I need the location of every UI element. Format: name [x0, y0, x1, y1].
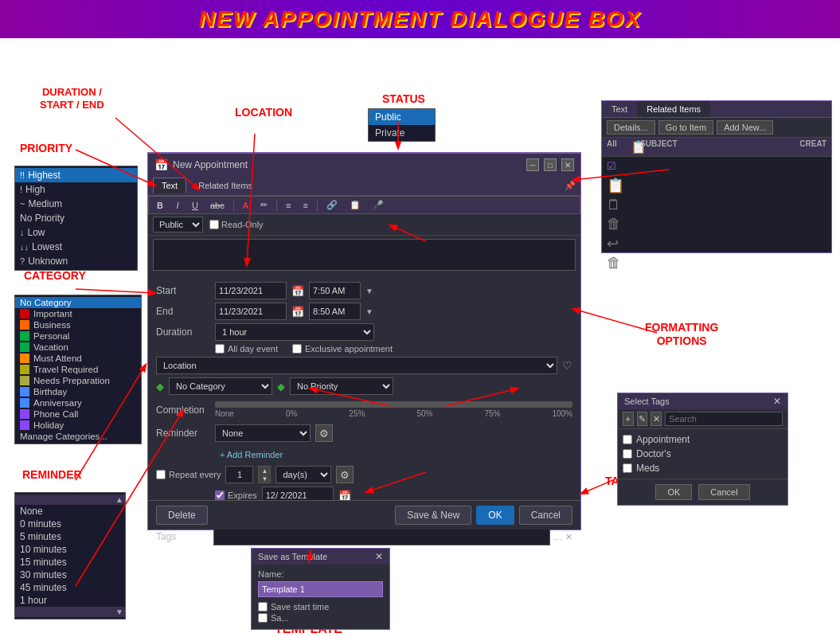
cat-item-mustattend[interactable]: Must Attend: [15, 353, 141, 364]
cat-item-vacation[interactable]: Vacation: [15, 342, 141, 353]
status-private[interactable]: Private: [369, 125, 435, 141]
sat-name-input[interactable]: [258, 581, 383, 597]
fmt-strikethrough[interactable]: abc: [205, 199, 229, 212]
reminder-45min[interactable]: 45 minutes: [15, 581, 125, 594]
add-reminder-link[interactable]: + Add Reminder: [220, 450, 283, 459]
st-tag-meds-checkbox[interactable]: [623, 463, 632, 473]
reminder-30min[interactable]: 30 minutes: [15, 569, 125, 581]
sat-save-endtime-checkbox[interactable]: [258, 613, 268, 623]
priority-item-unknown[interactable]: ? Unknown: [15, 254, 137, 268]
ri-goto-button[interactable]: Go to Item: [658, 120, 713, 135]
st-tag-doctors-checkbox[interactable]: [623, 449, 632, 459]
cat-item-travelrequired[interactable]: Travel Required: [15, 364, 141, 375]
priority-item-medium[interactable]: ~ Medium: [15, 197, 137, 211]
status-public[interactable]: Public: [369, 109, 435, 125]
end-time-dropdown[interactable]: ▼: [365, 307, 373, 316]
reminder-5min[interactable]: 5 minutes: [15, 530, 125, 543]
ri-tab-related[interactable]: Related Items: [637, 101, 710, 117]
priority-item-high[interactable]: ! High: [15, 182, 137, 197]
cat-item-personal[interactable]: Personal: [15, 330, 141, 342]
end-date-input[interactable]: [215, 303, 287, 320]
priority-item-highest[interactable]: !! Highest: [15, 168, 137, 182]
start-date-input[interactable]: [215, 282, 287, 299]
cat-item-phonecall[interactable]: Phone Call: [15, 408, 141, 420]
fmt-bold[interactable]: B: [152, 199, 168, 212]
repeat-gear-button[interactable]: ⚙: [336, 466, 354, 483]
tags-close-button[interactable]: ✕: [565, 532, 572, 542]
priority-item-lowest[interactable]: ↓↓ Lowest: [15, 240, 137, 254]
sat-close-button[interactable]: ✕: [375, 551, 383, 562]
reminder-15min[interactable]: 15 minutes: [15, 556, 125, 569]
subject-text-area[interactable]: [153, 239, 576, 271]
reminder-scroll-up[interactable]: ▲: [115, 495, 123, 504]
fmt-align-left[interactable]: ≡: [281, 199, 295, 212]
repeat-up-arrow[interactable]: ▲: [259, 467, 270, 475]
repeat-checkbox[interactable]: [156, 470, 166, 479]
end-calendar-icon[interactable]: 📅: [291, 306, 304, 318]
expires-checkbox[interactable]: [215, 490, 225, 500]
start-time-input[interactable]: [309, 282, 361, 299]
ri-details-button[interactable]: Details...: [607, 120, 655, 135]
tags-input[interactable]: [213, 528, 550, 545]
st-search-input[interactable]: [665, 412, 783, 426]
cat-item-business[interactable]: Business: [15, 319, 141, 330]
duration-select[interactable]: 1 hour 30 minutes 2 hours: [215, 323, 374, 341]
location-heart-icon[interactable]: ♡: [562, 359, 572, 372]
tab-related-items[interactable]: Related Items: [189, 178, 261, 193]
ok-button[interactable]: OK: [476, 506, 514, 525]
cat-item-important[interactable]: Important: [15, 308, 141, 319]
cat-item-manage[interactable]: Manage Categories...: [15, 431, 141, 442]
save-new-button[interactable]: Save & New: [395, 506, 471, 525]
exclusive-checkbox[interactable]: [292, 344, 302, 354]
cat-item-birthday[interactable]: Birthday: [15, 386, 141, 397]
cancel-button[interactable]: Cancel: [519, 506, 572, 525]
st-close-button[interactable]: ✕: [773, 396, 781, 407]
st-add-button[interactable]: +: [623, 412, 634, 426]
progress-track[interactable]: [215, 401, 572, 408]
st-cancel-button[interactable]: Cancel: [698, 484, 749, 500]
no-priority-select[interactable]: No Priority: [290, 377, 393, 395]
readonly-checkbox[interactable]: [209, 220, 219, 229]
reminder-0min[interactable]: 0 minutes: [15, 518, 125, 530]
priority-item-none[interactable]: No Priority: [15, 211, 137, 225]
cat-item-needsprep[interactable]: Needs Preparation: [15, 375, 141, 386]
end-time-input[interactable]: [309, 303, 361, 320]
fmt-highlight[interactable]: ✏: [256, 198, 272, 212]
minimize-button[interactable]: ─: [526, 158, 539, 171]
repeat-value-input[interactable]: [225, 466, 253, 483]
reminder-none[interactable]: None: [15, 505, 125, 518]
reminder-gear-button[interactable]: ⚙: [315, 424, 333, 442]
fmt-align-center[interactable]: ≡: [298, 199, 312, 212]
fmt-underline[interactable]: U: [187, 199, 203, 212]
tags-ellipsis-button[interactable]: …: [553, 532, 562, 541]
fmt-font-color[interactable]: A: [238, 199, 253, 212]
fmt-link[interactable]: 🔗: [322, 198, 342, 212]
st-ok-button[interactable]: OK: [655, 484, 692, 500]
st-delete-button[interactable]: ✕: [651, 412, 662, 426]
reminder-1hr[interactable]: 1 hour: [15, 594, 125, 607]
fmt-mic[interactable]: 🎤: [368, 198, 389, 212]
toolbar-pin[interactable]: 📌: [565, 181, 576, 191]
reminder-scroll-down[interactable]: ▼: [115, 608, 123, 616]
reminder-select[interactable]: None 0 minutes 5 minutes 15 minutes: [215, 424, 311, 442]
allday-checkbox[interactable]: [215, 344, 225, 354]
start-time-dropdown[interactable]: ▼: [365, 287, 373, 295]
start-calendar-icon[interactable]: 📅: [291, 285, 304, 297]
ri-addnew-button[interactable]: Add New...: [717, 120, 773, 135]
cat-item-nocategory[interactable]: No Category: [15, 297, 141, 308]
ri-tab-text[interactable]: Text: [602, 101, 637, 117]
fmt-clipboard[interactable]: 📋: [345, 198, 365, 212]
fmt-italic[interactable]: I: [170, 199, 185, 212]
cat-item-anniversary[interactable]: Anniversary: [15, 397, 141, 408]
no-category-select[interactable]: No Category: [169, 377, 272, 395]
delete-button[interactable]: Delete: [156, 506, 208, 525]
repeat-down-arrow[interactable]: ▼: [259, 475, 270, 483]
sat-save-starttime-checkbox[interactable]: [258, 602, 268, 612]
close-button[interactable]: ✕: [561, 158, 574, 171]
priority-item-low[interactable]: ↓ Low: [15, 225, 137, 240]
maximize-button[interactable]: □: [544, 158, 557, 171]
repeat-unit-select[interactable]: day(s) week(s) month(s): [275, 466, 331, 483]
location-select[interactable]: Location: [156, 357, 557, 374]
cat-item-holiday[interactable]: Holiday: [15, 420, 141, 431]
st-edit-button[interactable]: ✎: [637, 412, 648, 426]
